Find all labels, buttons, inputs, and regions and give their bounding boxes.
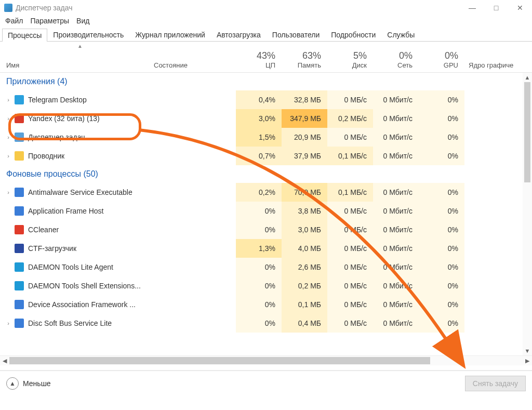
tab-services[interactable]: Службы (381, 28, 420, 41)
cell-net: 0 Мбит/с (373, 147, 419, 165)
cell-net: 0 Мбит/с (373, 128, 419, 147)
memory-percent: 63% (282, 50, 321, 61)
maximize-button[interactable]: □ (484, 0, 508, 16)
process-row[interactable]: ›Antimalware Service Executable0,2%70,9 … (0, 183, 532, 202)
disk-label: Диск (327, 61, 367, 69)
cell-gpu: 0% (419, 276, 464, 295)
menu-options[interactable]: Параметры (30, 17, 69, 25)
process-row[interactable]: Device Association Framework ...0%0,1 МБ… (0, 295, 532, 314)
menu-file[interactable]: Файл (5, 17, 23, 25)
tab-strip: Процессы Производительность Журнал прило… (0, 28, 532, 42)
cell-cpu: 0% (236, 295, 282, 314)
cell-disk: 0 МБ/с (327, 295, 373, 314)
process-row[interactable]: ›Disc Soft Bus Service Lite0%0,4 МБ0 МБ/… (0, 314, 532, 333)
process-name: DAEMON Tools Shell Extensions... (28, 282, 141, 290)
expand-chevron-icon[interactable]: › (4, 134, 12, 140)
horizontal-scrollbar[interactable]: ◀ ▶ (0, 355, 532, 365)
tab-startup[interactable]: Автозагрузка (211, 28, 267, 41)
scroll-left-icon[interactable]: ◀ (0, 356, 9, 365)
cell-cpu: 0,4% (236, 90, 282, 109)
cell-disk: 0 МБ/с (327, 314, 373, 333)
expand-chevron-icon[interactable]: › (4, 320, 12, 326)
process-name: Telegram Desktop (28, 96, 87, 104)
cell-net: 0 Мбит/с (373, 239, 419, 258)
column-name[interactable]: ▲ Имя (0, 43, 154, 69)
column-disk[interactable]: 5% Диск (327, 50, 373, 69)
cell-disk: 0 МБ/с (327, 239, 373, 258)
cell-mem: 0,4 МБ (282, 314, 327, 333)
process-icon (15, 95, 24, 104)
column-gpu[interactable]: 0% GPU (419, 50, 464, 69)
process-icon (15, 114, 24, 123)
column-cpu[interactable]: 43% ЦП (236, 50, 282, 69)
cell-cpu: 0% (236, 220, 282, 239)
cell-cpu: 0,2% (236, 183, 282, 202)
menubar: Файл Параметры Вид (0, 16, 532, 28)
process-name: Antimalware Service Executable (28, 188, 132, 196)
window-controls: — □ ✕ (460, 0, 532, 16)
end-task-button[interactable]: Снять задачу (465, 376, 526, 391)
process-icon (15, 188, 24, 197)
fewer-details-button[interactable]: ▲ Меньше (6, 377, 51, 390)
expand-chevron-icon[interactable]: › (4, 115, 12, 122)
scroll-right-icon[interactable]: ▶ (523, 356, 532, 365)
process-name: Диспетчер задач (28, 133, 85, 141)
column-memory[interactable]: 63% Память (282, 50, 327, 69)
process-row[interactable]: CCleaner0%3,0 МБ0 МБ/с0 Мбит/с0% (0, 220, 532, 239)
cell-mem: 20,9 МБ (282, 128, 327, 147)
process-table: ▲ Имя Состояние 43% ЦП 63% Память 5% Дис… (0, 42, 532, 371)
cell-net: 0 Мбит/с (373, 202, 419, 220)
cell-gpu: 0% (419, 128, 464, 147)
gpu-engine-label: Ядро графиче (469, 61, 516, 69)
menu-view[interactable]: Вид (76, 17, 89, 25)
column-state[interactable]: Состояние (154, 61, 236, 69)
process-row[interactable]: DAEMON Tools Lite Agent0%2,6 МБ0 МБ/с0 М… (0, 258, 532, 276)
scroll-thumb[interactable] (524, 82, 530, 182)
process-row[interactable]: ›Диспетчер задач1,5%20,9 МБ0 МБ/с0 Мбит/… (0, 128, 532, 147)
cell-disk: 0 МБ/с (327, 276, 373, 295)
process-row[interactable]: Application Frame Host0%3,8 МБ0 МБ/с0 Мб… (0, 202, 532, 220)
tab-processes[interactable]: Процессы (2, 29, 47, 42)
expand-chevron-icon[interactable]: › (4, 189, 12, 195)
process-name: Device Association Framework ... (28, 300, 136, 309)
process-row[interactable]: DAEMON Tools Shell Extensions...0%0,2 МБ… (0, 276, 532, 295)
vertical-scrollbar[interactable]: ▲ ▼ (523, 73, 532, 355)
cell-cpu: 1,3% (236, 239, 282, 258)
tab-apphistory[interactable]: Журнал приложений (129, 28, 211, 41)
cell-net: 0 Мбит/с (373, 90, 419, 109)
window-title: Диспетчер задач (16, 4, 73, 12)
process-icon (15, 244, 24, 253)
cell-disk: 0 МБ/с (327, 220, 373, 239)
tab-performance[interactable]: Производительность (47, 28, 129, 41)
scroll-down-icon[interactable]: ▼ (523, 346, 532, 355)
close-button[interactable]: ✕ (508, 0, 532, 16)
cell-disk: 0 МБ/с (327, 128, 373, 147)
tab-details[interactable]: Подробности (325, 28, 381, 41)
tab-users[interactable]: Пользователи (267, 28, 325, 41)
hscroll-thumb[interactable] (9, 357, 430, 364)
cell-net: 0 Мбит/с (373, 258, 419, 276)
column-network[interactable]: 0% Сеть (373, 50, 419, 69)
expand-chevron-icon[interactable]: › (4, 97, 12, 103)
process-row[interactable]: ›Yandex (32 бита) (13)3,0%347,9 МБ0,2 МБ… (0, 109, 532, 128)
cell-disk: 0 МБ/с (327, 90, 373, 109)
cell-gpu: 0% (419, 202, 464, 220)
minimize-button[interactable]: — (460, 0, 484, 16)
cell-cpu: 0% (236, 314, 282, 333)
cell-cpu: 0,7% (236, 147, 282, 165)
cell-cpu: 3,0% (236, 109, 282, 128)
cell-gpu: 0% (419, 109, 464, 128)
scroll-up-icon[interactable]: ▲ (523, 73, 532, 82)
cell-mem: 0,1 МБ (282, 295, 327, 314)
process-row[interactable]: CTF-загрузчик1,3%4,0 МБ0 МБ/с0 Мбит/с0% (0, 239, 532, 258)
process-row[interactable]: ›Telegram Desktop0,4%32,8 МБ0 МБ/с0 Мбит… (0, 90, 532, 109)
gpu-percent: 0% (419, 50, 458, 61)
process-name: Проводник (28, 152, 64, 160)
fewer-details-label: Меньше (23, 379, 51, 388)
column-gpu-engine[interactable]: Ядро графиче (464, 50, 516, 69)
process-row[interactable]: ›Проводник0,7%37,9 МБ0,1 МБ/с0 Мбит/с0% (0, 147, 532, 165)
cell-cpu: 1,5% (236, 128, 282, 147)
cell-mem: 4,0 МБ (282, 239, 327, 258)
expand-chevron-icon[interactable]: › (4, 153, 12, 159)
process-name: Disc Soft Bus Service Lite (28, 319, 112, 327)
